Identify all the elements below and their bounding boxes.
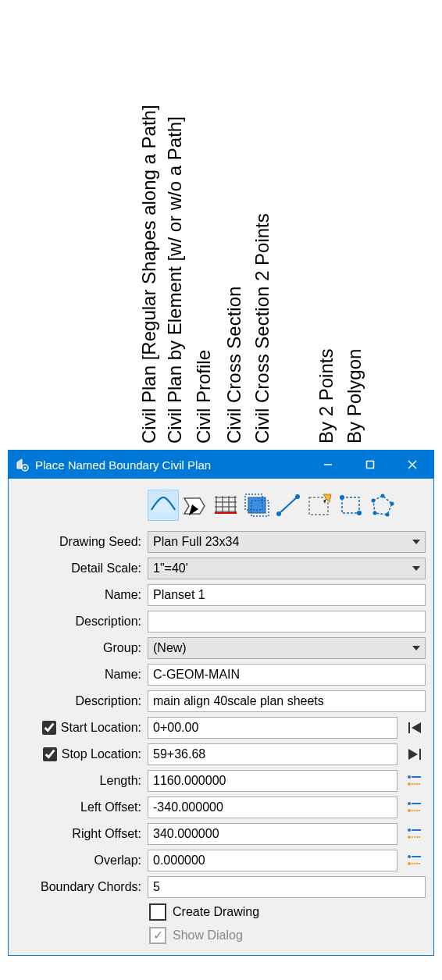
go-to-start-button[interactable]: [404, 717, 426, 739]
length-input[interactable]: [148, 770, 397, 792]
label-start-location: Start Location:: [61, 721, 141, 735]
label-show-dialog: Show Dialog: [173, 928, 243, 943]
tool-by-polygon[interactable]: [366, 490, 397, 521]
boundary-chords-input[interactable]: [148, 876, 426, 898]
label-boundary-chords: Boundary Chords:: [16, 880, 141, 894]
label-group-name: Name:: [16, 668, 141, 682]
drawing-seed-value: Plan Full 23x34: [153, 535, 239, 549]
group-value: (New): [153, 641, 187, 655]
tool-by-2-points[interactable]: [335, 490, 366, 521]
label-right-offset: Right Offset:: [16, 827, 141, 841]
label-description: Description:: [16, 615, 141, 629]
svg-rect-3: [367, 461, 374, 469]
svg-point-46: [408, 862, 411, 865]
label-detail-scale: Detail Scale:: [16, 561, 141, 576]
label-overlap: Overlap:: [16, 853, 141, 868]
dialog-title: Place Named Boundary Civil Plan: [35, 458, 307, 472]
svg-point-44: [408, 855, 411, 858]
stop-location-checkbox[interactable]: [43, 747, 57, 761]
left-offset-input[interactable]: [148, 796, 397, 818]
close-button[interactable]: [391, 451, 433, 479]
maximize-button[interactable]: [349, 451, 391, 479]
label-civil-cross-section-2points: Civil Cross Section 2 Points: [251, 213, 273, 444]
svg-point-20: [295, 494, 300, 499]
label-by-2-points: By 2 Points: [315, 349, 337, 444]
svg-point-34: [408, 782, 411, 786]
svg-point-32: [408, 775, 411, 779]
tool-civil-plan-by-element[interactable]: [179, 490, 210, 521]
label-group-description: Description:: [16, 694, 141, 708]
tool-civil-profile[interactable]: [210, 490, 241, 521]
vertical-tool-labels: Civil Plan [Regular Shapes along a Path]…: [0, 0, 442, 450]
label-create-drawing: Create Drawing: [173, 905, 259, 919]
svg-point-1: [24, 467, 27, 469]
label-drawing-seed: Drawing Seed:: [16, 535, 141, 549]
right-offset-input[interactable]: [148, 823, 397, 845]
label-civil-cross-section: Civil Cross Section: [223, 287, 245, 444]
dialog-body: Drawing Seed: Plan Full 23x34 Detail Sca…: [9, 479, 433, 955]
create-drawing-checkbox[interactable]: [149, 903, 166, 921]
svg-point-27: [390, 502, 394, 506]
svg-point-38: [408, 809, 411, 812]
svg-point-29: [373, 511, 377, 515]
minimize-button[interactable]: [307, 451, 349, 479]
label-stop-location: Stop Location:: [62, 747, 141, 761]
mode-toolbar: [16, 488, 426, 522]
length-options-button[interactable]: [404, 770, 426, 792]
label-by-polygon: By Polygon: [344, 349, 365, 444]
svg-point-26: [381, 494, 385, 498]
svg-point-42: [408, 836, 411, 839]
label-left-offset: Left Offset:: [16, 800, 141, 814]
svg-point-40: [408, 829, 411, 832]
svg-point-23: [340, 495, 344, 500]
group-select[interactable]: (New): [148, 637, 426, 659]
svg-point-25: [372, 499, 376, 503]
detail-scale-select[interactable]: 1"=40': [148, 558, 426, 579]
dialog-place-named-boundary: Place Named Boundary Civil Plan: [8, 450, 434, 956]
label-civil-plan: Civil Plan [Regular Shapes along a Path]: [138, 105, 160, 444]
label-civil-profile: Civil Profile: [193, 350, 215, 444]
svg-line-18: [279, 497, 298, 514]
tool-civil-cross-section-2points[interactable]: [273, 490, 304, 521]
label-civil-plan-by-element: Civil Plan by Element [w/ or w/o a Path]: [164, 116, 186, 444]
chevron-down-icon: [412, 540, 420, 544]
svg-point-36: [408, 802, 411, 805]
name-input[interactable]: [148, 584, 426, 606]
app-icon: [13, 456, 30, 473]
svg-point-24: [357, 511, 362, 515]
detail-scale-value: 1"=40': [153, 561, 188, 576]
svg-rect-22: [342, 497, 359, 513]
dialog-titlebar[interactable]: Place Named Boundary Civil Plan: [9, 451, 433, 479]
show-dialog-checkbox: ✓: [149, 927, 166, 944]
drawing-seed-select[interactable]: Plan Full 23x34: [148, 531, 426, 553]
description-input[interactable]: [148, 611, 426, 633]
svg-point-28: [386, 513, 390, 517]
label-length: Length:: [16, 774, 141, 788]
overlap-input[interactable]: [148, 850, 397, 871]
svg-point-19: [276, 511, 281, 516]
overlap-options-button[interactable]: [404, 850, 426, 871]
label-group: Group:: [16, 641, 141, 655]
chevron-down-icon: [412, 646, 420, 650]
group-name-input[interactable]: [148, 664, 426, 686]
right-offset-options-button[interactable]: [404, 823, 426, 845]
group-description-input[interactable]: [148, 690, 426, 712]
chevron-down-icon: [412, 566, 420, 571]
tool-from-drawing-boundary[interactable]: [304, 490, 335, 521]
go-to-end-button[interactable]: [404, 743, 426, 765]
start-location-checkbox[interactable]: [42, 721, 56, 735]
tool-civil-plan[interactable]: [148, 490, 179, 521]
tool-civil-cross-section[interactable]: [241, 490, 273, 521]
label-name: Name:: [16, 588, 141, 602]
left-offset-options-button[interactable]: [404, 796, 426, 818]
stop-location-input[interactable]: [148, 743, 397, 765]
start-location-input[interactable]: [148, 717, 397, 739]
